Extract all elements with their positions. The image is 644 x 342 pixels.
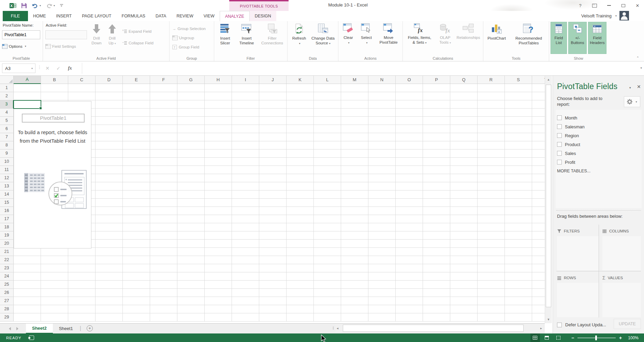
- recommended-pivottables-button[interactable]: ? RecommendedPivotTables: [511, 22, 547, 54]
- tab-home[interactable]: HOME: [28, 11, 51, 21]
- insert-function-icon[interactable]: fx: [65, 63, 74, 73]
- field-item-profit[interactable]: Profit: [557, 158, 585, 167]
- row-cells-28[interactable]: [14, 305, 545, 313]
- pane-options-icon[interactable]: ▾: [629, 86, 631, 89]
- row-cells-5[interactable]: [14, 117, 545, 125]
- pivotchart-button[interactable]: PivotChart: [485, 22, 508, 54]
- row-header-10[interactable]: 10: [0, 158, 14, 166]
- row-cells-12[interactable]: [14, 174, 545, 182]
- column-header-p[interactable]: P: [423, 76, 450, 84]
- row-header-1[interactable]: 1: [0, 84, 14, 92]
- row-header-21[interactable]: 21: [0, 248, 14, 256]
- tab-data[interactable]: DATA: [150, 11, 171, 21]
- tab-design[interactable]: DESIGN: [250, 11, 276, 21]
- row-cells-21[interactable]: [14, 248, 545, 256]
- row-cells-13[interactable]: [14, 182, 545, 190]
- row-cells-17[interactable]: [14, 215, 545, 223]
- save-icon[interactable]: [21, 3, 27, 9]
- group-selection-button[interactable]: → Group Selection: [172, 25, 206, 32]
- next-sheet-icon[interactable]: [16, 327, 18, 330]
- field-settings-button[interactable]: Field Settings: [45, 42, 76, 50]
- horizontal-scrollbar[interactable]: ◂ ▸: [335, 325, 543, 332]
- new-sheet-button[interactable]: +: [87, 325, 93, 331]
- row-header-19[interactable]: 19: [0, 231, 14, 240]
- row-header-15[interactable]: 15: [0, 199, 14, 207]
- expand-formula-bar-icon[interactable]: ▾: [640, 66, 642, 70]
- column-header-b[interactable]: B: [41, 76, 68, 84]
- pivottable-name-input[interactable]: [2, 30, 40, 39]
- insert-slicer-button[interactable]: InsertSlicer: [217, 22, 233, 54]
- columns-area[interactable]: COLUMNS: [599, 225, 641, 271]
- row-header-7[interactable]: 7: [0, 133, 14, 141]
- normal-view-button[interactable]: [530, 333, 540, 342]
- select-all-corner[interactable]: [0, 76, 14, 84]
- zoom-percentage[interactable]: 100%: [628, 336, 639, 340]
- row-header-26[interactable]: 26: [0, 289, 14, 297]
- row-header-17[interactable]: 17: [0, 215, 14, 223]
- rows-area[interactable]: ROWS: [556, 271, 599, 317]
- column-header-h[interactable]: H: [205, 76, 232, 84]
- field-checkbox-sales[interactable]: [557, 151, 562, 156]
- page-break-view-button[interactable]: [554, 333, 563, 342]
- scroll-up-icon[interactable]: ▲: [545, 78, 552, 81]
- field-checkbox-region[interactable]: [557, 133, 562, 138]
- row-header-28[interactable]: 28: [0, 305, 14, 313]
- column-header-d[interactable]: D: [96, 76, 123, 84]
- row-header-20[interactable]: 20: [0, 240, 14, 248]
- tab-insert[interactable]: INSERT: [51, 11, 77, 21]
- close-button[interactable]: ✕: [633, 2, 642, 9]
- defer-layout-checkbox[interactable]: [557, 323, 562, 327]
- column-header-q[interactable]: Q: [450, 76, 478, 84]
- name-box-splitter[interactable]: ⋮: [38, 65, 42, 70]
- column-header-o[interactable]: O: [396, 76, 423, 84]
- move-pivottable-button[interactable]: MovePivotTable: [377, 22, 400, 54]
- chevron-down-icon[interactable]: ▾: [29, 67, 35, 70]
- options-button[interactable]: Options▾: [2, 42, 26, 50]
- formula-input[interactable]: [82, 63, 635, 74]
- scroll-left-icon[interactable]: ◂: [337, 326, 338, 330]
- name-box[interactable]: A3 ▾: [2, 63, 35, 73]
- row-header-6[interactable]: 6: [0, 125, 14, 133]
- row-cells-16[interactable]: [14, 207, 545, 215]
- row-header-29[interactable]: 29: [0, 313, 14, 322]
- zoom-slider[interactable]: [577, 338, 616, 338]
- column-header-i[interactable]: I: [232, 76, 259, 84]
- column-header-l[interactable]: L: [314, 76, 341, 84]
- columns-drop-zone[interactable]: [602, 236, 641, 270]
- previous-sheet-icon[interactable]: [9, 327, 11, 330]
- pane-close-icon[interactable]: ✕: [637, 84, 641, 89]
- row-header-2[interactable]: 2: [0, 92, 14, 100]
- row-cells-19[interactable]: [14, 231, 545, 240]
- row-cells-4[interactable]: [14, 109, 545, 117]
- refresh-button[interactable]: Refresh▾: [290, 22, 308, 54]
- column-header-e[interactable]: E: [123, 76, 150, 84]
- select-button[interactable]: Select▾: [358, 22, 375, 54]
- sheet-tab-sheet1[interactable]: Sheet1: [53, 324, 79, 333]
- row-cells-25[interactable]: [14, 281, 545, 289]
- values-drop-zone[interactable]: [602, 283, 641, 317]
- olap-tools-button[interactable]: fx OLAPTools▾: [436, 22, 454, 54]
- scroll-down-icon[interactable]: ▼: [545, 318, 552, 321]
- row-cells-15[interactable]: [14, 199, 545, 207]
- row-header-14[interactable]: 14: [0, 190, 14, 199]
- row-header-11[interactable]: 11: [0, 166, 14, 174]
- row-header-25[interactable]: 25: [0, 281, 14, 289]
- maximize-button[interactable]: [619, 2, 628, 9]
- row-cells-10[interactable]: [14, 158, 545, 166]
- scroll-right-icon[interactable]: ▸: [540, 326, 542, 330]
- filters-drop-zone[interactable]: [557, 236, 599, 270]
- group-field-button[interactable]: 7 Group Field: [172, 43, 199, 51]
- plus-minus-buttons-toggle[interactable]: +/-Buttons: [568, 22, 587, 54]
- field-item-month[interactable]: Month: [557, 113, 585, 122]
- relationships-button[interactable]: Relationships: [455, 22, 482, 54]
- fields-items-sets-button[interactable]: fx Fields, Items,& Sets▾: [405, 22, 434, 54]
- tab-review[interactable]: REVIEW: [171, 11, 198, 21]
- zoom-slider-thumb[interactable]: [595, 336, 597, 340]
- column-header-m[interactable]: M: [341, 76, 368, 84]
- account-menu[interactable]: Velsoft Training ▾: [581, 11, 629, 20]
- clear-button[interactable]: Clear▾: [340, 22, 356, 54]
- filter-connections-button[interactable]: FilterConnections: [259, 22, 285, 54]
- row-cells-1[interactable]: [14, 84, 545, 92]
- enter-icon[interactable]: ✓: [54, 63, 63, 73]
- more-tables-link[interactable]: MORE TABLES...: [557, 169, 590, 173]
